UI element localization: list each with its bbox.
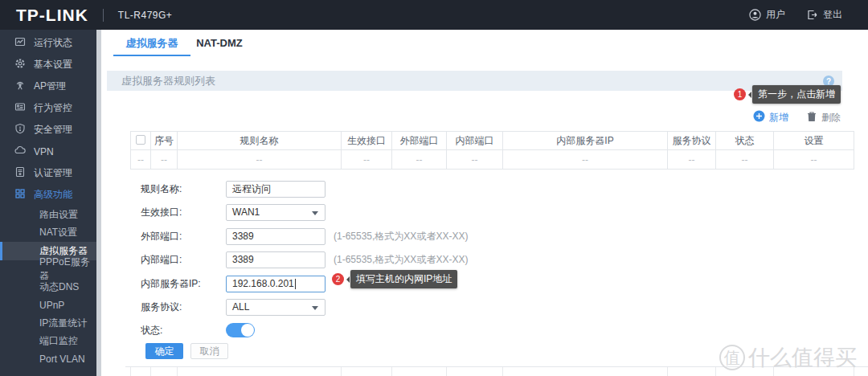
status-monitor-icon bbox=[14, 36, 26, 50]
sidebar-item-auth-management[interactable]: 认证管理 bbox=[0, 162, 96, 184]
step2-tooltip: 填写主机的内网IP地址 bbox=[350, 270, 457, 288]
col-protocol: 服务协议 bbox=[668, 132, 716, 150]
col-index: 序号 bbox=[151, 132, 178, 150]
form-row-interface: 生效接口: WAN1 bbox=[141, 203, 326, 221]
table-empty-row: -- -- -- -- -- -- -- -- -- -- bbox=[131, 150, 854, 170]
shield-icon bbox=[14, 123, 26, 137]
sidebar-subitem-pppoe-server[interactable]: PPPoE服务器 bbox=[0, 260, 96, 279]
step1-tooltip: 第一步，点击新增 bbox=[752, 85, 841, 104]
col-external-port: 外部端口 bbox=[392, 132, 447, 150]
top-bar: TP-LINK TL-R479G+ 用户 登出 bbox=[0, 0, 868, 30]
chevron-down-icon bbox=[312, 306, 318, 310]
trash-icon bbox=[806, 111, 817, 125]
col-internal-port: 内部端口 bbox=[447, 132, 503, 150]
logout-label: 登出 bbox=[823, 8, 842, 22]
form-row-server-ip: 内部服务器IP: 192.168.0.201 bbox=[141, 275, 326, 292]
callout-step1: 1 第一步，点击新增 bbox=[734, 85, 841, 104]
sidebar-divider bbox=[96, 30, 101, 376]
logout-button[interactable]: 登出 bbox=[806, 8, 842, 22]
callout-step2: 2 填写主机的内网IP地址 bbox=[332, 270, 457, 288]
tab-virtual-server[interactable]: 虚拟服务器 bbox=[116, 30, 188, 56]
plus-circle-icon bbox=[753, 110, 765, 125]
sidebar-subitem-routing[interactable]: 路由设置 bbox=[0, 206, 96, 224]
grid-icon bbox=[14, 188, 26, 202]
form-row-protocol: 服务协议: ALL bbox=[141, 298, 326, 316]
cancel-button[interactable]: 取消 bbox=[190, 343, 228, 359]
sidebar-item-running-status[interactable]: 运行状态 bbox=[0, 32, 96, 54]
brand-divider bbox=[103, 9, 104, 22]
user-menu[interactable]: 用户 bbox=[749, 8, 785, 22]
next-table-partial bbox=[125, 366, 868, 376]
chevron-down-icon bbox=[312, 211, 318, 215]
sidebar-item-advanced-features[interactable]: 高级功能 bbox=[0, 184, 96, 206]
active-tab-underline bbox=[113, 55, 190, 56]
protocol-select[interactable]: ALL bbox=[226, 299, 326, 316]
select-all-cell bbox=[131, 132, 151, 150]
text-caret bbox=[295, 279, 296, 289]
status-toggle[interactable] bbox=[226, 323, 255, 337]
tplink-logo: TP-LINK bbox=[16, 6, 88, 25]
interface-select[interactable]: WAN1 bbox=[226, 204, 326, 221]
external-port-input[interactable]: 3389 bbox=[226, 228, 326, 245]
rule-name-input[interactable]: 远程访问 bbox=[226, 181, 326, 198]
sidebar: 运行状态 基本设置 AP管理 行为管控 安全管理 VPN 认证管理 高级功能 路… bbox=[0, 30, 96, 376]
user-icon bbox=[749, 9, 761, 21]
select-all-checkbox[interactable] bbox=[136, 135, 145, 145]
col-rule-name: 规则名称 bbox=[178, 132, 342, 150]
step2-badge: 2 bbox=[332, 273, 344, 285]
col-settings: 设置 bbox=[774, 132, 854, 150]
behavior-icon bbox=[14, 101, 26, 115]
sidebar-item-basic-settings[interactable]: 基本设置 bbox=[0, 54, 96, 76]
sidebar-item-ap-management[interactable]: AP管理 bbox=[0, 76, 96, 97]
sidebar-subitem-port-vlan[interactable]: Port VLAN bbox=[0, 350, 96, 369]
user-label: 用户 bbox=[766, 8, 785, 22]
col-status: 状态 bbox=[716, 132, 774, 150]
step1-badge: 1 bbox=[734, 88, 746, 100]
panel-title: 虚拟服务器规则列表 bbox=[121, 74, 215, 88]
col-interface: 生效接口 bbox=[342, 132, 392, 150]
form-row-internal-port: 内部端口: 3389 (1-65535,格式为XX或者XX-XX) bbox=[141, 251, 468, 268]
sidebar-subitem-upnp[interactable]: UPnP bbox=[0, 296, 96, 315]
form-row-external-port: 外部端口: 3389 (1-65535,格式为XX或者XX-XX) bbox=[141, 227, 468, 245]
id-card-icon bbox=[14, 166, 26, 180]
logout-icon bbox=[806, 9, 818, 21]
sidebar-subitem-port-monitor[interactable]: 端口监控 bbox=[0, 333, 96, 351]
add-rule-button[interactable]: 新增 bbox=[753, 110, 788, 125]
sidebar-subitem-nat[interactable]: NAT设置 bbox=[0, 224, 96, 243]
main-content: 虚拟服务器 NAT-DMZ 虚拟服务器规则列表 ? 1 第一步，点击新增 新增 … bbox=[101, 30, 868, 376]
external-port-hint: (1-65535,格式为XX或者XX-XX) bbox=[334, 230, 468, 243]
rules-table: 序号 规则名称 生效接口 外部端口 内部端口 内部服务器IP 服务协议 状态 设… bbox=[130, 131, 854, 170]
delete-rule-button[interactable]: 删除 bbox=[806, 111, 841, 125]
antenna-icon bbox=[14, 80, 26, 93]
tab-nat-dmz[interactable]: NAT-DMZ bbox=[191, 30, 248, 56]
confirm-button[interactable]: 确定 bbox=[145, 343, 183, 359]
col-server-ip: 内部服务器IP bbox=[503, 132, 668, 150]
table-toolbar: 新增 删除 bbox=[753, 110, 841, 125]
internal-port-input[interactable]: 3389 bbox=[226, 251, 326, 268]
server-ip-input[interactable]: 192.168.0.201 bbox=[226, 276, 326, 292]
table-header-row: 序号 规则名称 生效接口 外部端口 内部端口 内部服务器IP 服务协议 状态 设… bbox=[131, 132, 854, 150]
form-row-rule-name: 规则名称: 远程访问 bbox=[141, 180, 326, 198]
sidebar-subitem-ip-traffic[interactable]: IP流量统计 bbox=[0, 314, 96, 333]
sidebar-item-vpn[interactable]: VPN bbox=[0, 141, 96, 162]
internal-port-hint: (1-65535,格式为XX或者XX-XX) bbox=[334, 253, 468, 267]
gear-icon bbox=[14, 58, 26, 72]
sidebar-item-behavior-control[interactable]: 行为管控 bbox=[0, 97, 96, 119]
cloud-icon bbox=[14, 145, 26, 158]
sidebar-item-security-management[interactable]: 安全管理 bbox=[0, 119, 96, 141]
form-row-status: 状态: bbox=[141, 321, 255, 339]
tab-bar: 虚拟服务器 NAT-DMZ bbox=[101, 30, 868, 56]
device-model: TL-R479G+ bbox=[118, 10, 173, 21]
panel-title-bar: 虚拟服务器规则列表 ? bbox=[107, 71, 842, 91]
